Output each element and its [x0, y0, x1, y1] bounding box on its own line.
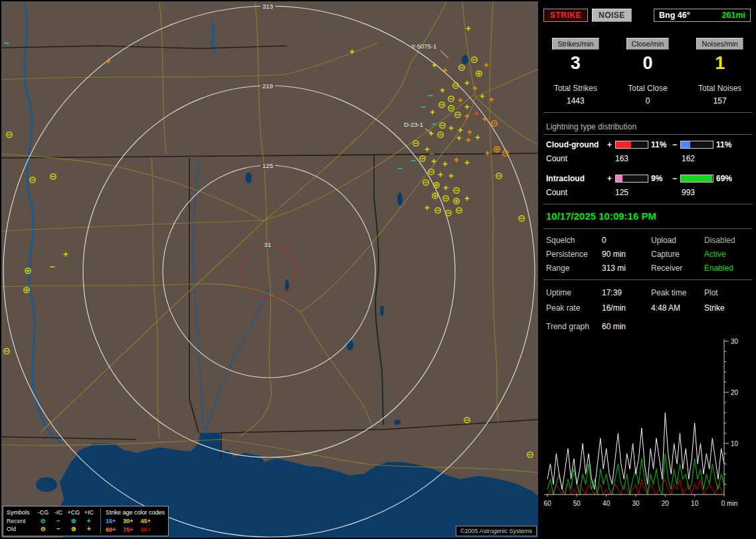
divider — [543, 134, 752, 135]
trend-graph-value: 60 min — [602, 322, 756, 331]
svg-text:50: 50 — [573, 500, 581, 507]
legend-symbol: − — [52, 525, 65, 534]
svg-text:31: 31 — [264, 241, 272, 248]
age-legend: Strike age color codes 15+ 30+ 45+ 60+ 7… — [100, 508, 165, 534]
session-section: Uptime 17:39 Peak time Plot Peak rate 16… — [546, 288, 756, 313]
svg-text:40: 40 — [603, 500, 611, 507]
capture-value: Active — [704, 250, 756, 259]
ic-positive-bar — [615, 175, 648, 183]
trend-graph: 1020306050403020100 min — [541, 337, 755, 512]
intracloud-label: Intracloud — [546, 174, 607, 183]
svg-text:10: 10 — [731, 440, 739, 447]
strikes-per-min-value: 3 — [539, 53, 612, 74]
peak-time-value: 4:48 AM — [651, 303, 704, 313]
cg-negative-count: 162 — [682, 154, 756, 163]
svg-text:0 min: 0 min — [721, 500, 737, 507]
legend-header: -IC — [52, 508, 65, 517]
upload-value: Disabled — [704, 236, 756, 245]
svg-text:20: 20 — [662, 500, 670, 507]
bearing-readout: Bng 46° 261mi — [654, 9, 751, 22]
ic-positive-pct: 9% — [648, 174, 672, 183]
plus-sign: + — [607, 174, 615, 183]
legend-symbol: ⊖ — [36, 517, 50, 526]
status-section: Squelch 0 Upload Disabled Persistence 90… — [546, 236, 756, 273]
persistence-value: 90 min — [602, 250, 651, 259]
age-code: 60+ — [106, 526, 116, 534]
svg-text:Y-5075-1: Y-5075-1 — [411, 42, 436, 50]
total-strikes-label: Total Strikes — [539, 84, 612, 93]
trend-graph-label: Trend graph — [546, 322, 602, 331]
close-per-min-value: 0 — [612, 53, 684, 74]
trend-graph-row: Trend graph 60 min — [546, 322, 756, 331]
peak-rate-label: Peak rate — [546, 303, 602, 313]
distribution-title: Lightning type distribution — [546, 122, 749, 131]
legend-symbol: ⊕ — [66, 525, 81, 534]
divider — [543, 228, 752, 229]
svg-text:30: 30 — [731, 338, 739, 345]
strikes-per-min-button[interactable]: Strikes/min — [552, 38, 599, 50]
cg-negative-bar — [680, 141, 713, 149]
close-per-min: Close/min 0 — [612, 38, 684, 74]
map-canvas[interactable]: 31321912531 Y-5075-1D-23-1 — [1, 1, 538, 538]
datetime-display: 10/17/2025 10:09:16 PM — [546, 210, 749, 222]
total-close-value: 0 — [612, 96, 684, 106]
persistence-label: Persistence — [546, 250, 602, 259]
age-code: 15+ — [106, 517, 116, 525]
ic-negative-pct: 69% — [713, 174, 737, 183]
legend-symbol: − — [52, 517, 65, 526]
svg-text:30: 30 — [632, 500, 640, 507]
svg-text:60: 60 — [543, 500, 551, 507]
plus-sign: + — [607, 140, 615, 149]
minus-sign: − — [672, 174, 680, 183]
peak-time-label: Peak time — [651, 288, 704, 297]
svg-text:D-23-1: D-23-1 — [404, 121, 423, 128]
noises-per-min-button[interactable]: Noises/min — [696, 38, 743, 50]
legend-symbol: ⊖ — [36, 525, 50, 534]
intracloud-counts: Count 125 993 — [546, 188, 756, 197]
lightning-map[interactable]: 31321912531 Y-5075-1D-23-1 Symbols -CG -… — [1, 1, 538, 538]
peak-rate-value: 16/min — [602, 303, 651, 313]
cloud-ground-row: Cloud-ground + 11% − 11% — [546, 140, 756, 149]
uptime-label: Uptime — [546, 288, 602, 297]
distance-value: 261mi — [722, 11, 745, 20]
count-label: Count — [546, 154, 615, 163]
divider — [543, 204, 752, 204]
plot-value: Strike — [704, 303, 756, 313]
cg-positive-pct: 11% — [648, 140, 672, 149]
minus-sign: − — [672, 140, 680, 149]
divider — [543, 279, 752, 280]
divider — [543, 112, 752, 113]
noises-per-min-value: 1 — [684, 53, 756, 74]
legend-header: +CG — [66, 508, 81, 517]
svg-text:20: 20 — [731, 389, 739, 396]
bearing-value: Bng 46° — [659, 11, 690, 20]
strike-mode-button[interactable]: STRIKE — [543, 9, 588, 22]
rate-section: Strikes/min 3 Close/min 0 Noises/min 1 — [539, 38, 756, 74]
cg-negative-pct: 11% — [713, 140, 737, 149]
squelch-label: Squelch — [546, 236, 602, 245]
legend-header: +IC — [82, 508, 96, 517]
ic-positive-count: 125 — [615, 188, 682, 197]
age-code: 30+ — [123, 517, 133, 525]
legend-row-label: Recent — [7, 517, 35, 526]
cg-positive-bar — [615, 141, 648, 149]
legend-header: Symbols — [7, 508, 35, 517]
cloud-ground-label: Cloud-ground — [546, 140, 607, 149]
total-close-label: Total Close — [612, 84, 684, 93]
strikes-per-min: Strikes/min 3 — [539, 38, 612, 74]
svg-text:219: 219 — [262, 82, 273, 90]
noise-mode-button[interactable]: NOISE — [592, 9, 632, 22]
age-code: 90+ — [141, 526, 151, 534]
age-code: 75+ — [123, 526, 133, 534]
range-value: 313 mi — [602, 264, 651, 273]
plot-label: Plot — [704, 288, 756, 297]
range-label: Range — [546, 264, 602, 273]
age-legend-title: Strike age color codes — [106, 508, 165, 516]
uptime-value: 17:39 — [602, 288, 651, 297]
close-per-min-button[interactable]: Close/min — [626, 38, 670, 50]
cg-positive-count: 163 — [615, 154, 682, 163]
legend-symbol: ⊕ — [66, 517, 81, 526]
capture-label: Capture — [651, 250, 704, 259]
map-legend: Symbols -CG -IC +CG +IC Recent ⊖ − ⊕ + O… — [3, 506, 169, 536]
total-strikes-value: 1443 — [539, 96, 612, 106]
